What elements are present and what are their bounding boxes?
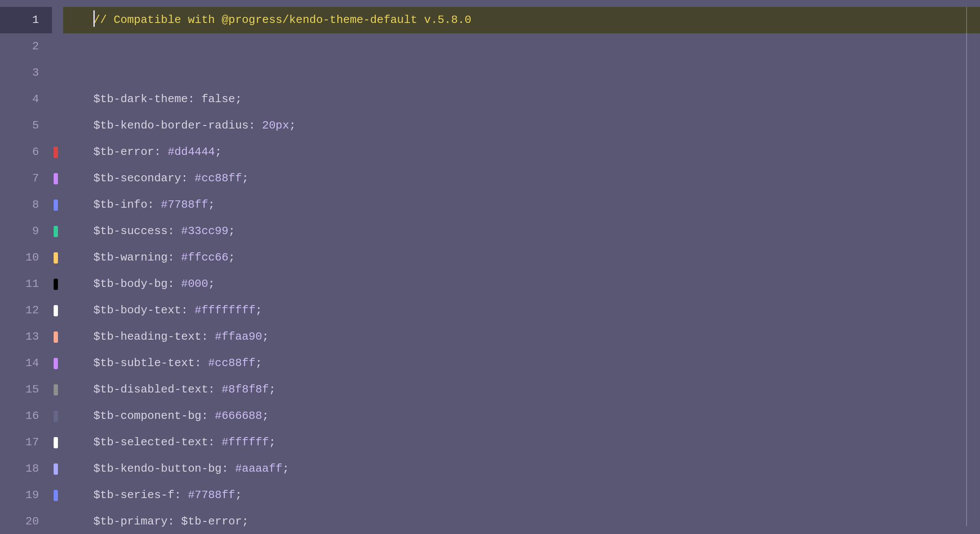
code-token: ; (242, 172, 249, 185)
code-token: : (154, 145, 167, 158)
code-line[interactable]: $tb-heading-text: #ffaa90; (63, 324, 980, 350)
color-swatch-icon (54, 411, 58, 422)
code-token: #ffffff (221, 436, 269, 449)
code-token: : (249, 119, 262, 132)
code-token: #cc88ff (208, 357, 255, 370)
code-token: #7788ff (188, 489, 235, 502)
code-token: $tb-subtle-text (93, 357, 195, 370)
code-line[interactable]: $tb-disabled-text: #8f8f8f; (63, 376, 980, 403)
code-token: ; (228, 251, 235, 264)
swatch-row (52, 403, 63, 429)
code-line[interactable]: $tb-series-f: #7788ff; (63, 482, 980, 508)
code-token: $tb-success (93, 225, 168, 238)
color-swatch-gutter (52, 0, 63, 534)
code-token: #8f8f8f (221, 383, 269, 396)
code-line[interactable] (63, 33, 980, 60)
code-line[interactable] (63, 60, 980, 86)
code-area[interactable]: // Compatible with @progress/kendo-theme… (63, 0, 980, 534)
code-token: : (168, 277, 181, 290)
code-line[interactable]: $tb-secondary: #cc88ff; (63, 165, 980, 192)
color-swatch-icon (54, 279, 58, 290)
code-token: ; (215, 145, 222, 158)
code-token: #33cc99 (181, 225, 228, 238)
code-token: : (168, 251, 181, 264)
code-line[interactable]: $tb-kendo-border-radius: 20px; (63, 113, 980, 139)
code-token: : (208, 383, 221, 396)
code-token: : (147, 198, 161, 211)
line-number: 4 (0, 86, 52, 113)
code-token: $tb-disabled-text (93, 383, 208, 396)
swatch-row (52, 139, 63, 165)
color-swatch-icon (54, 252, 58, 264)
code-token: #7788ff (161, 198, 208, 211)
code-line[interactable]: $tb-warning: #ffcc66; (63, 244, 980, 271)
code-token: ; (235, 93, 242, 106)
code-token: #ffaa90 (215, 330, 262, 343)
code-token: : (221, 462, 235, 475)
code-line[interactable]: // Compatible with @progress/kendo-theme… (63, 7, 980, 33)
swatch-row (52, 218, 63, 244)
color-swatch-icon (54, 199, 58, 211)
code-token: #666688 (215, 409, 262, 422)
code-token: $tb-heading-text (93, 330, 202, 343)
code-token: #ffffffff (195, 304, 255, 317)
code-token: : (168, 225, 181, 238)
line-number: 1 (0, 7, 52, 33)
code-token: : (181, 172, 195, 185)
scrollbar-track[interactable] (966, 7, 967, 526)
code-line[interactable]: $tb-selected-text: #ffffff; (63, 429, 980, 456)
swatch-row (52, 271, 63, 297)
swatch-row (52, 33, 63, 60)
code-token: ; (208, 198, 215, 211)
line-number: 6 (0, 139, 52, 165)
code-line[interactable]: $tb-body-text: #ffffffff; (63, 297, 980, 324)
color-swatch-icon (54, 331, 58, 343)
swatch-row (52, 86, 63, 113)
line-number: 20 (0, 508, 52, 534)
code-token: $tb-error (93, 145, 154, 158)
code-token: $tb-series-f (93, 489, 174, 502)
code-token: : (174, 489, 188, 502)
swatch-row (52, 244, 63, 271)
code-token: ; (235, 489, 242, 502)
code-token: // Compatible with @progress/kendo-theme… (93, 13, 471, 26)
code-line[interactable]: $tb-success: #33cc99; (63, 218, 980, 244)
code-token: : (181, 304, 195, 317)
code-token: #aaaaff (235, 462, 282, 475)
line-number: 17 (0, 429, 52, 456)
swatch-row (52, 456, 63, 482)
code-line[interactable]: $tb-body-bg: #000; (63, 271, 980, 297)
swatch-row (52, 429, 63, 456)
code-line[interactable]: $tb-error: #dd4444; (63, 139, 980, 165)
code-token: ; (269, 383, 276, 396)
swatch-row (52, 508, 63, 534)
color-swatch-icon (54, 463, 58, 475)
code-token: $tb-info (93, 198, 147, 211)
code-token: $tb-dark-theme (93, 93, 188, 106)
code-token: : (202, 330, 215, 343)
code-line[interactable]: $tb-info: #7788ff; (63, 192, 980, 218)
code-line[interactable]: $tb-primary: $tb-error; (63, 508, 980, 534)
code-token: ; (242, 515, 249, 528)
line-number: 15 (0, 376, 52, 403)
line-number: 12 (0, 297, 52, 324)
swatch-row (52, 165, 63, 192)
code-line[interactable]: $tb-dark-theme: false; (63, 86, 980, 113)
code-line[interactable]: $tb-kendo-button-bg: #aaaaff; (63, 456, 980, 482)
code-token: $tb-selected-text (93, 436, 208, 449)
swatch-row (52, 324, 63, 350)
code-token: $tb-secondary (93, 172, 181, 185)
line-number: 9 (0, 218, 52, 244)
swatch-row (52, 7, 63, 33)
code-token: ; (262, 330, 269, 343)
code-line[interactable]: $tb-subtle-text: #cc88ff; (63, 350, 980, 376)
code-editor[interactable]: 1234567891011121314151617181920 // Compa… (0, 0, 980, 534)
color-swatch-icon (54, 305, 58, 316)
swatch-row (52, 482, 63, 508)
swatch-row (52, 350, 63, 376)
code-line[interactable]: $tb-component-bg: #666688; (63, 403, 980, 429)
code-token: #000 (181, 277, 208, 290)
code-token: $tb-primary (93, 515, 168, 528)
line-number: 8 (0, 192, 52, 218)
code-token: ; (256, 304, 263, 317)
